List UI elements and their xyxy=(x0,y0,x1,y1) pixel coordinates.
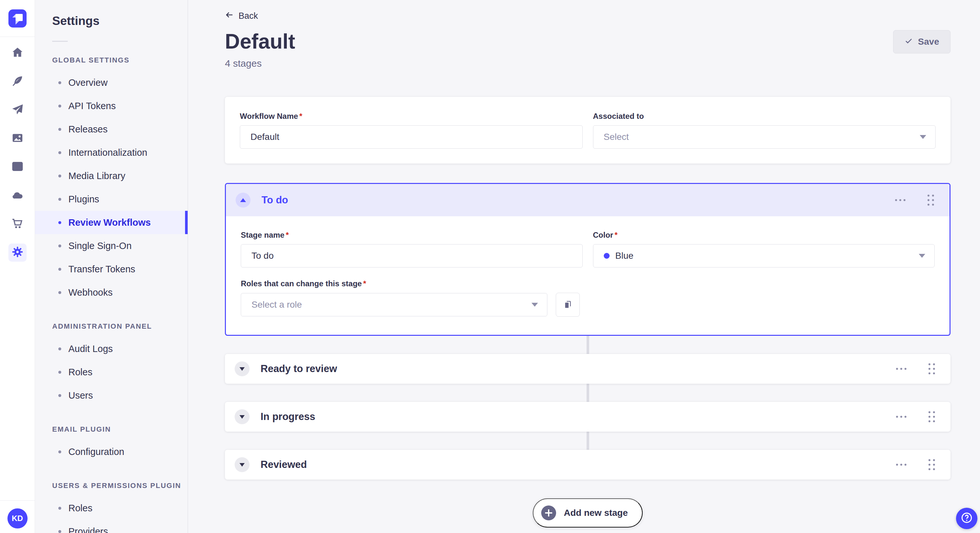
plus-icon xyxy=(541,506,556,520)
bullet-icon xyxy=(58,244,61,247)
drag-handle[interactable] xyxy=(927,458,936,471)
rail-bottom: KD xyxy=(0,500,35,533)
nav-content-manager[interactable] xyxy=(8,73,27,90)
subnav-title: Settings xyxy=(52,14,188,28)
add-new-stage-button[interactable]: Add new stage xyxy=(533,498,643,528)
sidebar-item-up-roles[interactable]: Roles xyxy=(35,497,188,520)
cart-icon xyxy=(11,217,24,231)
arrow-left-icon xyxy=(225,10,234,22)
sidebar-item-internationalization[interactable]: Internationalization xyxy=(35,141,188,164)
bullet-icon xyxy=(58,221,61,224)
chevron-down-icon xyxy=(240,415,245,419)
stage-options-menu-button[interactable] xyxy=(893,197,907,203)
associated-to-select[interactable]: Select xyxy=(593,125,936,149)
workflow-card: Workflow Name Associated to Select xyxy=(225,97,950,163)
drag-handle[interactable] xyxy=(927,362,936,376)
stage-options-menu-button[interactable] xyxy=(894,366,908,372)
bullet-icon xyxy=(58,530,61,533)
stage-options-menu-button[interactable] xyxy=(894,462,908,468)
sidebar-item-plugins[interactable]: Plugins xyxy=(35,187,188,211)
chevron-down-icon xyxy=(240,367,245,371)
strapi-logo[interactable] xyxy=(8,10,27,27)
sidebar-item-single-sign-on[interactable]: Single Sign-On xyxy=(35,234,188,257)
workflow-name-label: Workflow Name xyxy=(240,112,583,121)
stage-todo-header[interactable]: To do xyxy=(226,184,950,216)
page-subtitle: 4 stages xyxy=(225,58,950,69)
logo-mark xyxy=(16,21,19,25)
logo-wrap xyxy=(0,0,35,37)
stage-ready-to-review[interactable]: Ready to review xyxy=(225,354,950,384)
stage-roles-label: Roles that can change this stage xyxy=(241,279,935,288)
sidebar-item-releases[interactable]: Releases xyxy=(35,117,188,141)
sidebar-item-users[interactable]: Users xyxy=(35,384,188,407)
expand-stage-button[interactable] xyxy=(235,457,250,472)
stage-todo: To do Stage name Color Bl xyxy=(225,183,950,336)
stage-name-input[interactable] xyxy=(241,244,583,268)
apply-to-all-stages-button[interactable] xyxy=(556,293,580,317)
expand-stage-button[interactable] xyxy=(235,409,250,424)
sidebar-item-webhooks[interactable]: Webhooks xyxy=(35,281,188,304)
section-header-email-plugin: EMAIL PLUGIN xyxy=(35,425,188,434)
stage-roles-select[interactable]: Select a role xyxy=(241,293,547,316)
associated-to-label: Associated to xyxy=(593,112,936,121)
stage-options-menu-button[interactable] xyxy=(894,414,908,420)
feather-icon xyxy=(11,75,24,89)
collapse-stage-button[interactable] xyxy=(235,193,250,208)
bullet-icon xyxy=(58,371,61,374)
nav-settings[interactable] xyxy=(8,244,27,262)
check-icon xyxy=(905,36,913,47)
expand-stage-button[interactable] xyxy=(235,362,250,376)
drag-handle[interactable] xyxy=(926,194,935,207)
stage-color-label: Color xyxy=(593,230,935,240)
layout-icon xyxy=(11,160,24,174)
drag-handle[interactable] xyxy=(927,410,936,424)
logo-mark xyxy=(12,14,16,17)
stage-title: To do xyxy=(261,194,288,206)
stages-list: To do Stage name Color Bl xyxy=(225,183,950,479)
bullet-icon xyxy=(58,291,61,294)
sidebar-item-configuration[interactable]: Configuration xyxy=(35,440,188,463)
cloud-icon xyxy=(11,189,24,203)
save-button[interactable]: Save xyxy=(893,30,950,54)
bullet-icon xyxy=(58,174,61,178)
chevron-down-icon xyxy=(531,303,538,307)
stage-in-progress[interactable]: In progress xyxy=(225,402,950,431)
color-dot xyxy=(604,253,609,259)
bullet-icon xyxy=(58,151,61,154)
chevron-down-icon xyxy=(240,463,245,466)
sidebar-item-audit-logs[interactable]: Audit Logs xyxy=(35,337,188,360)
section-header-global-settings: GLOBAL SETTINGS xyxy=(35,56,188,65)
nav-releases[interactable] xyxy=(8,101,27,119)
stage-name-field: Stage name xyxy=(241,230,583,268)
associated-to-field: Associated to Select xyxy=(593,112,936,149)
back-link[interactable]: Back xyxy=(225,10,258,22)
nav-marketplace[interactable] xyxy=(8,215,27,233)
help-button[interactable] xyxy=(956,508,977,529)
bullet-icon xyxy=(58,198,61,201)
stage-roles-field: Roles that can change this stage Select … xyxy=(241,279,935,317)
home-icon xyxy=(11,46,24,60)
settings-subnav: Settings GLOBAL SETTINGS Overview API To… xyxy=(35,0,188,533)
sidebar-item-media-library[interactable]: Media Library xyxy=(35,164,188,187)
workflow-name-field: Workflow Name xyxy=(240,112,583,149)
sidebar-item-api-tokens[interactable]: API Tokens xyxy=(35,94,188,117)
nav-deploy[interactable] xyxy=(8,187,27,205)
workflow-name-input[interactable] xyxy=(240,125,583,149)
stage-color-select[interactable]: Blue xyxy=(593,244,935,268)
nav-content-type-builder[interactable] xyxy=(8,158,27,176)
avatar[interactable]: KD xyxy=(8,508,27,528)
sidebar-item-transfer-tokens[interactable]: Transfer Tokens xyxy=(35,257,188,281)
stage-reviewed[interactable]: Reviewed xyxy=(225,450,950,479)
nav-media-library[interactable] xyxy=(8,130,27,148)
bullet-icon xyxy=(58,394,61,397)
sidebar-item-roles[interactable]: Roles xyxy=(35,360,188,384)
nav-home[interactable] xyxy=(8,44,27,62)
sidebar-item-overview[interactable]: Overview xyxy=(35,71,188,94)
chevron-down-icon xyxy=(919,254,925,258)
sidebar-item-providers[interactable]: Providers xyxy=(35,520,188,533)
sidebar-item-review-workflows[interactable]: Review Workflows xyxy=(35,211,188,234)
stage-todo-body: Stage name Color Blue Roles that can cha… xyxy=(226,216,950,335)
images-icon xyxy=(11,132,24,146)
page-title: Default xyxy=(225,31,295,52)
bullet-icon xyxy=(58,507,61,510)
